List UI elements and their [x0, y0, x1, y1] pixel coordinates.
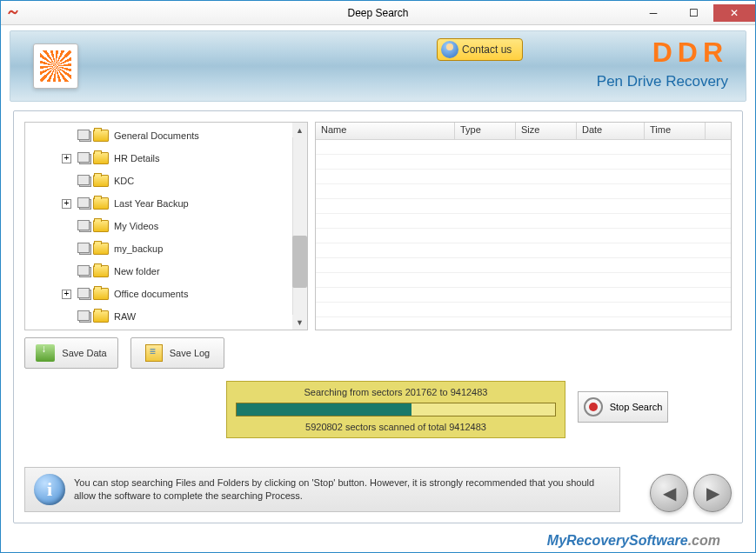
scroll-thumb[interactable] [292, 236, 307, 288]
action-buttons: Save Data Save Log [24, 337, 732, 369]
window-title: Deep Search [347, 7, 408, 19]
brand-logo-text: DDR [652, 37, 728, 69]
maximize-button[interactable]: ☐ [673, 4, 713, 22]
folder-tree-panel: General Documents + HR Details KDC + [24, 122, 308, 330]
tree-item-label: my_backup [114, 243, 163, 254]
stack-icon [77, 310, 91, 323]
stop-label: Stop Search [610, 402, 663, 412]
list-row [316, 140, 731, 155]
tree-item-label: My Videos [114, 221, 158, 231]
info-bar: i You can stop searching Files and Folde… [24, 467, 620, 512]
tree-item[interactable]: General Documents [25, 124, 307, 147]
progress-bar [236, 403, 556, 416]
progress-text-bottom: 5920802 sectors scanned of total 9412483 [236, 422, 556, 432]
header-band: Contact us DDR Pen Drive Recovery [10, 30, 746, 102]
expand-toggle[interactable]: + [62, 199, 71, 209]
expand-toggle[interactable]: + [62, 290, 71, 299]
stack-icon [77, 220, 91, 232]
window-controls: ─ ☐ ✕ [633, 4, 755, 22]
stack-icon [77, 197, 91, 210]
col-date[interactable]: Date [577, 123, 645, 139]
folder-icon [93, 220, 109, 232]
brand-subtitle: Pen Drive Recovery [597, 73, 728, 90]
col-type[interactable]: Type [455, 123, 516, 139]
tree-item[interactable]: KDC [25, 170, 307, 192]
folder-tree[interactable]: General Documents + HR Details KDC + [25, 123, 307, 330]
save-data-icon [36, 344, 55, 362]
col-name[interactable]: Name [316, 123, 455, 139]
col-spacer [706, 123, 731, 139]
list-row [316, 303, 731, 317]
folder-icon [93, 243, 109, 255]
list-body [316, 140, 731, 330]
list-row [316, 214, 731, 229]
tree-item-label: General Documents [114, 130, 199, 141]
stop-search-button[interactable]: Stop Search [578, 391, 668, 423]
tree-item-label: HR Details [114, 153, 160, 163]
scroll-up-icon[interactable]: ▲ [292, 123, 307, 137]
list-row [316, 243, 731, 258]
stack-icon [77, 265, 91, 277]
stack-icon [77, 152, 91, 164]
contact-icon [441, 41, 458, 58]
list-header: Name Type Size Date Time [316, 123, 731, 140]
tree-scrollbar[interactable]: ▲ ▼ [292, 123, 307, 330]
stack-icon [77, 243, 91, 255]
save-log-label: Save Log [170, 348, 210, 358]
folder-icon [93, 175, 109, 187]
info-icon: i [34, 474, 65, 505]
folder-icon [93, 152, 109, 164]
info-text: You can stop searching Files and Folders… [74, 476, 611, 503]
progress-fill [237, 403, 411, 416]
stack-icon [77, 130, 91, 142]
tree-item[interactable]: My Videos [25, 215, 307, 237]
forward-button[interactable]: ▶ [693, 474, 732, 512]
nav-arrows: ◀ ▶ [650, 474, 732, 512]
save-data-label: Save Data [62, 348, 106, 358]
progress-panel: Searching from sectors 201762 to 9412483… [226, 381, 565, 438]
list-row [316, 229, 731, 243]
progress-text-top: Searching from sectors 201762 to 9412483 [236, 387, 556, 397]
titlebar: Deep Search ─ ☐ ✕ [1, 1, 755, 25]
save-log-button[interactable]: Save Log [130, 337, 224, 369]
tree-item-label: Office documents [114, 289, 188, 299]
close-button[interactable]: ✕ [713, 4, 755, 22]
folder-icon [93, 288, 109, 300]
minimize-button[interactable]: ─ [633, 4, 673, 22]
scroll-down-icon[interactable]: ▼ [292, 315, 307, 330]
tree-item[interactable]: RAW [25, 305, 307, 328]
tree-item[interactable]: + Last Year Backup [25, 192, 307, 215]
back-button[interactable]: ◀ [650, 474, 688, 512]
folder-icon [93, 130, 109, 142]
tree-item-label: Last Year Backup [114, 198, 189, 209]
folder-icon [93, 310, 109, 323]
save-data-button[interactable]: Save Data [24, 337, 118, 369]
contact-label: Contact us [462, 43, 512, 56]
save-log-icon [145, 344, 163, 362]
folder-icon [93, 265, 109, 277]
stack-icon [77, 288, 91, 300]
list-row [316, 288, 731, 303]
tree-item-label: KDC [114, 176, 134, 186]
tree-item-label: New folder [114, 266, 160, 276]
list-row [316, 258, 731, 273]
expand-toggle[interactable]: + [62, 154, 71, 163]
stack-icon [77, 175, 91, 187]
tree-item[interactable]: my_backup [25, 237, 307, 260]
contact-us-button[interactable]: Contact us [437, 38, 523, 61]
col-size[interactable]: Size [516, 123, 577, 139]
watermark-main: MyRecoverySoftware [547, 533, 688, 548]
list-row [316, 170, 731, 184]
watermark: MyRecoverySoftware.com [547, 533, 720, 549]
tree-item[interactable]: + Office documents [25, 283, 307, 305]
list-row [316, 184, 731, 199]
file-list-panel: Name Type Size Date Time [315, 122, 732, 330]
app-icon [6, 6, 20, 20]
list-row [316, 273, 731, 288]
tree-item[interactable]: + HR Details [25, 147, 307, 170]
main-content: General Documents + HR Details KDC + [13, 110, 743, 523]
tree-item[interactable]: New folder [25, 260, 307, 283]
list-row [316, 155, 731, 170]
tree-item-label: RAW [114, 311, 136, 322]
col-time[interactable]: Time [645, 123, 706, 139]
